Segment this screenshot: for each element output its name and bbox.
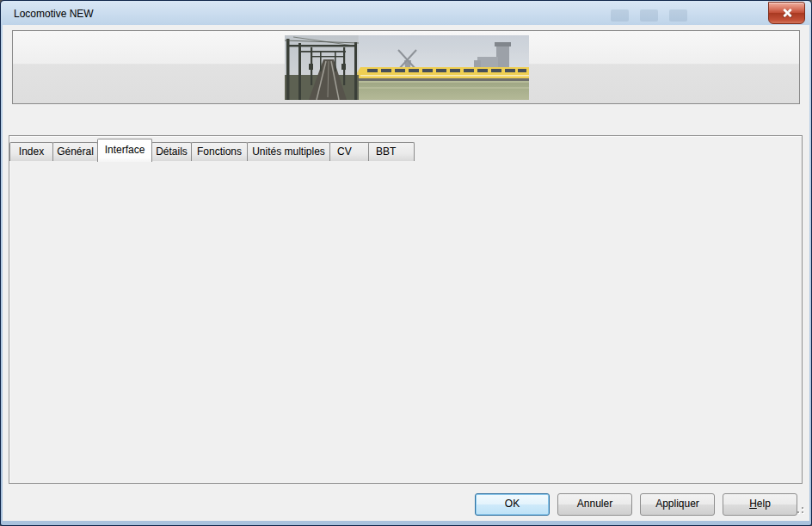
ghost-minimize-icon [611, 9, 629, 22]
appliquer-button[interactable]: Appliquer [640, 493, 715, 516]
help-button[interactable]: Help [723, 493, 797, 516]
tab-general[interactable]: Général [52, 142, 98, 161]
dialog-client-area: Index Général Interface Détails Fonction… [3, 25, 809, 521]
help-button-accelerator: H [749, 498, 757, 510]
tab-index[interactable]: Index [9, 142, 53, 161]
tab-details[interactable]: Détails [151, 142, 192, 161]
resize-grip[interactable] [794, 504, 804, 514]
tab-bbt[interactable]: BBT [368, 142, 415, 161]
help-button-label-rest: elp [757, 498, 771, 510]
locomotive-photo [285, 35, 529, 100]
tab-interface[interactable]: Interface [97, 139, 152, 162]
tab-fonctions[interactable]: Fonctions [191, 142, 248, 161]
ghost-close-icon [669, 9, 687, 22]
ghost-maximize-icon [640, 9, 658, 22]
titlebar: Locomotive NEW [2, 2, 809, 25]
dialog-window: Locomotive NEW [0, 0, 812, 526]
tab-unites-multiples[interactable]: Unités multiples [247, 142, 330, 161]
tab-page-interface [9, 135, 803, 484]
close-button[interactable] [768, 2, 805, 24]
ok-button[interactable]: OK [475, 493, 550, 516]
tab-cv[interactable]: CV [329, 142, 371, 161]
window-title: Locomotive NEW [14, 8, 94, 20]
annuler-button[interactable]: Annuler [557, 493, 632, 516]
header-image-panel [12, 30, 800, 104]
close-icon [782, 8, 792, 18]
